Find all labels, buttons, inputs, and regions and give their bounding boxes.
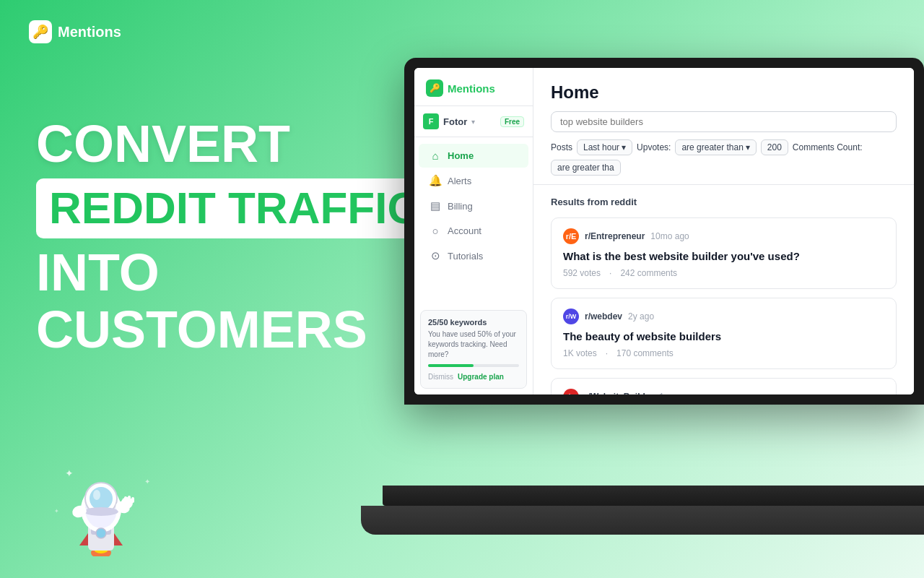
keywords-progress-bar xyxy=(428,364,519,367)
logo-text: Mentions xyxy=(58,24,121,40)
svg-text:✦: ✦ xyxy=(65,467,74,479)
svg-rect-15 xyxy=(131,497,134,503)
keywords-description: You have used 50% of your keywords track… xyxy=(428,329,519,360)
post-time: 1mo ago xyxy=(659,392,693,394)
chevron-icon2: ▾ xyxy=(746,142,750,152)
post-title: What is the best website builder you've … xyxy=(563,249,884,264)
post-meta: r/W r/WebsiteBuilder 1mo ago xyxy=(563,389,884,394)
post-meta: r/W r/webdev 2y ago xyxy=(563,309,884,324)
post-time: 2y ago xyxy=(628,311,654,322)
post-subreddit: r/Entrepreneur xyxy=(585,231,645,241)
main-header: Home Posts Last hour ▾ Upvotes: are grea… xyxy=(533,68,914,185)
dismiss-button[interactable]: Dismiss xyxy=(428,373,453,381)
post-card[interactable]: r/W r/WebsiteBuilder 1mo ago Best Websit… xyxy=(551,378,897,394)
main-content: Results from reddit r/E r/Entrepreneur 1… xyxy=(533,185,914,394)
sidebar-logo-icon: 🔑 xyxy=(426,79,443,97)
post-time: 10mo ago xyxy=(650,231,689,241)
time-filter-dropdown[interactable]: Last hour ▾ xyxy=(577,139,632,155)
upvotes-filter-value: are greater than xyxy=(681,142,743,152)
upvotes-filter-dropdown[interactable]: are greater than ▾ xyxy=(675,139,756,155)
subreddit-icon: r/E xyxy=(563,228,579,244)
sidebar-item-home-label: Home xyxy=(448,150,474,161)
filters-row: Posts Last hour ▾ Upvotes: are greater t… xyxy=(551,139,897,176)
hero-highlight: REDDIT TRAFFIC xyxy=(36,178,432,238)
upvotes-number: 200 xyxy=(761,139,788,155)
laptop-mockup: 🔑 Mentions F Fotor ▾ Free ⌂ Home xyxy=(404,58,924,549)
app-main: Home Posts Last hour ▾ Upvotes: are grea… xyxy=(533,68,914,394)
search-bar[interactable] xyxy=(551,111,897,132)
keywords-actions: Dismiss Upgrade plan xyxy=(428,373,519,381)
sidebar-item-billing-label: Billing xyxy=(448,201,473,212)
workspace-avatar: F xyxy=(423,113,439,129)
sidebar-nav: ⌂ Home 🔔 Alerts ▤ Billing ○ Account xyxy=(414,137,533,304)
sidebar-item-tutorials-label: Tutorials xyxy=(448,251,483,262)
chevron-down-icon: ▾ xyxy=(471,118,475,126)
upvotes-filter-label: Upvotes: xyxy=(637,142,671,152)
hero-line2: INTO CUSTOMERS xyxy=(36,244,455,358)
svg-point-18 xyxy=(96,528,106,538)
post-title: The beauty of website builders xyxy=(563,329,884,344)
post-votes: 1K votes xyxy=(563,348,597,358)
logo-icon: 🔑 xyxy=(29,20,52,43)
bell-icon: 🔔 xyxy=(429,174,442,187)
chevron-icon: ▾ xyxy=(622,142,626,152)
page-title: Home xyxy=(551,82,897,103)
gear-icon: ⊙ xyxy=(429,249,442,262)
post-card[interactable]: r/E r/Entrepreneur 10mo ago What is the … xyxy=(551,217,897,289)
sidebar-logo: 🔑 Mentions xyxy=(414,68,533,106)
card-icon: ▤ xyxy=(429,199,442,212)
sidebar-item-alerts[interactable]: 🔔 Alerts xyxy=(419,168,528,193)
user-icon: ○ xyxy=(429,225,442,237)
sidebar-item-account-label: Account xyxy=(448,225,481,236)
post-card[interactable]: r/W r/webdev 2y ago The beauty of websit… xyxy=(551,298,897,369)
time-filter-value: Last hour xyxy=(583,142,619,152)
laptop-bottom-base xyxy=(361,506,924,535)
svg-rect-14 xyxy=(128,496,131,502)
subreddit-icon: r/W xyxy=(563,389,579,394)
results-label: Results from reddit xyxy=(551,197,897,207)
svg-point-7 xyxy=(90,487,113,510)
search-input[interactable] xyxy=(560,116,887,127)
post-stats: 1K votes · 170 comments xyxy=(563,348,884,358)
svg-marker-16 xyxy=(79,533,88,545)
laptop-bezel: 🔑 Mentions F Fotor ▾ Free ⌂ Home xyxy=(404,58,924,405)
astronaut-illustration: ✦ ✦ ✦ xyxy=(43,426,159,556)
laptop-screen: 🔑 Mentions F Fotor ▾ Free ⌂ Home xyxy=(414,68,914,394)
workspace-selector[interactable]: F Fotor ▾ Free xyxy=(414,106,533,137)
svg-marker-17 xyxy=(114,533,123,545)
svg-text:✦: ✦ xyxy=(144,478,150,486)
post-meta: r/E r/Entrepreneur 10mo ago xyxy=(563,228,884,244)
svg-text:✦: ✦ xyxy=(54,508,59,514)
keywords-widget: 25/50 keywords You have used 50% of your… xyxy=(420,310,527,389)
post-comments: 170 comments xyxy=(616,348,674,358)
keywords-progress-fill xyxy=(428,364,474,367)
comments-filter-value: are greater tha xyxy=(557,163,614,173)
laptop-base xyxy=(383,486,924,506)
sidebar-item-home[interactable]: ⌂ Home xyxy=(419,144,528,168)
post-separator: · xyxy=(609,268,611,278)
plan-badge: Free xyxy=(500,116,524,127)
workspace-name: Fotor xyxy=(443,116,467,127)
keywords-count: 25/50 keywords xyxy=(428,318,519,327)
sidebar-item-alerts-label: Alerts xyxy=(448,176,471,186)
comments-filter-label: Comments Count: xyxy=(793,142,863,152)
top-logo: 🔑 Mentions xyxy=(29,20,121,43)
sidebar-item-billing[interactable]: ▤ Billing xyxy=(419,194,528,218)
posts-filter-label: Posts xyxy=(551,142,572,152)
home-icon: ⌂ xyxy=(429,150,442,162)
svg-point-9 xyxy=(84,507,118,516)
sidebar-logo-text: Mentions xyxy=(448,82,495,95)
post-separator: · xyxy=(606,348,608,358)
sidebar-item-tutorials[interactable]: ⊙ Tutorials xyxy=(419,243,528,268)
post-subreddit: r/WebsiteBuilder xyxy=(585,392,653,394)
workspace-left: F Fotor ▾ xyxy=(423,113,475,129)
svg-point-8 xyxy=(93,490,100,500)
app-sidebar: 🔑 Mentions F Fotor ▾ Free ⌂ Home xyxy=(414,68,533,394)
sidebar-item-account[interactable]: ○ Account xyxy=(419,219,528,243)
post-stats: 592 votes · 242 comments xyxy=(563,268,884,278)
hero-line1: CONVERT xyxy=(36,116,455,173)
comments-filter-dropdown[interactable]: are greater tha xyxy=(551,160,621,176)
upgrade-button[interactable]: Upgrade plan xyxy=(458,373,504,381)
svg-rect-13 xyxy=(124,496,127,502)
post-subreddit: r/webdev xyxy=(585,311,622,322)
